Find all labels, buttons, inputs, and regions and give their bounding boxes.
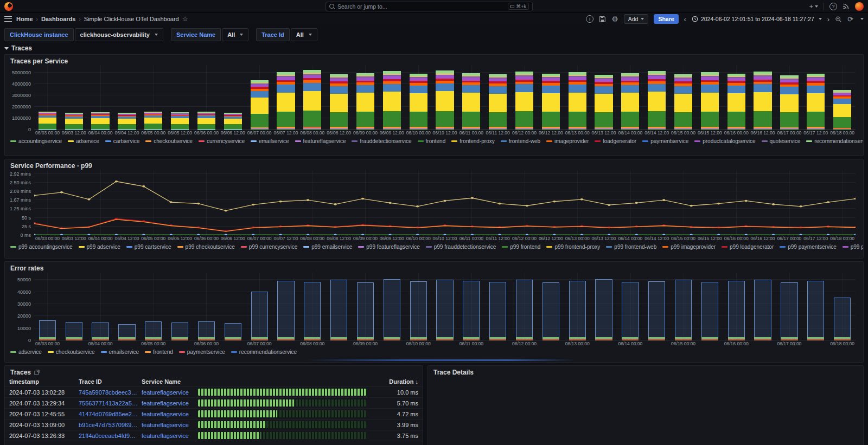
legend-item[interactable]: frontend-proxy [451,138,494,144]
error-bar[interactable] [595,279,612,340]
error-bar[interactable] [754,280,771,340]
stacked-bar[interactable] [727,73,745,130]
stacked-bar[interactable] [542,73,560,130]
trace-id-link[interactable]: 75563771413a22a54618... [79,400,142,407]
grafana-logo[interactable] [4,2,13,11]
stacked-bar[interactable] [489,74,507,130]
add-button[interactable]: Add [624,14,649,24]
service-name-link[interactable]: featureflagservice [142,389,198,396]
error-bar[interactable] [171,323,188,340]
table-header-cell[interactable]: Trace ID [79,378,142,385]
new-button[interactable]: + [809,3,818,10]
trace-id-link[interactable]: 41474d0769d85ee2828... [79,411,142,417]
stacked-bar[interactable] [224,113,242,130]
breadcrumb-home[interactable]: Home [16,16,33,22]
error-bar[interactable] [118,324,135,340]
table-row[interactable]: 2024-07-03 13:26:3321ff4a0ceeaeb4fd90af0… [5,430,423,441]
error-bar[interactable] [330,280,347,340]
error-bar[interactable] [277,281,294,340]
legend-item[interactable]: p99 accountingservice [10,244,73,250]
stacked-bar[interactable] [648,70,666,130]
stacked-bar[interactable] [277,72,295,130]
avatar[interactable] [855,2,864,11]
table-row[interactable]: 2024-07-03 12:45:5541474d0769d85ee2828..… [5,409,423,420]
error-bar[interactable] [489,282,506,340]
help-icon[interactable]: ? [829,3,837,10]
error-bar[interactable] [66,322,82,340]
error-bar[interactable] [569,281,586,340]
trace-id-link[interactable]: 745a59078cbdeec39b7... [79,389,142,396]
legend-item[interactable]: p99 frontend-web [606,244,656,250]
stacked-bar[interactable] [303,69,321,130]
stacked-bar[interactable] [701,72,719,130]
stacked-bar[interactable] [197,112,215,130]
legend-item[interactable]: p99 frontend-proxy [546,244,600,250]
error-bar[interactable] [198,321,215,340]
zoom-out-icon[interactable] [835,16,842,23]
panel-title[interactable]: Trace Details [428,366,863,377]
stacked-bar[interactable] [595,74,612,130]
legend-item[interactable]: p99 frontend [502,244,540,250]
trace-id-link[interactable]: 21ff4a0ceeaeb4fd90af0... [79,433,142,439]
legend-item[interactable]: frontend-web [501,138,540,144]
error-bar[interactable] [807,281,824,340]
table-header-cell[interactable]: Service Name [142,378,198,385]
time-forward-icon[interactable]: › [827,15,829,23]
stacked-bar[interactable] [515,72,533,130]
stacked-bar[interactable] [383,70,401,130]
service-name-link[interactable]: featureflagservice [142,400,198,407]
legend-item[interactable]: loadgenerator [595,138,636,144]
legend-item[interactable]: emailservice [251,138,289,144]
table-header-cell[interactable]: timestamp [9,378,79,385]
panel-title[interactable]: Error rates [5,262,863,273]
legend-item[interactable]: imageprovider [546,138,589,144]
stacked-bar[interactable] [251,80,269,130]
panel-title[interactable]: Traces [5,366,423,377]
error-bar[interactable] [39,320,56,340]
error-bar[interactable] [781,282,797,340]
error-bar[interactable] [357,282,374,340]
error-bar[interactable] [542,282,559,340]
error-bar[interactable] [834,298,851,340]
stacked-bar[interactable] [780,75,798,130]
legend-item[interactable]: paymentservice [179,349,225,355]
stacked-bar[interactable] [91,112,109,130]
legend-item[interactable]: p99 loadgenerator [722,244,774,250]
menu-icon[interactable] [4,16,12,22]
table-row[interactable]: 2024-07-03 13:02:28745a59078cbdeec39b7..… [5,387,423,398]
error-bar[interactable] [675,280,692,340]
row-traces-toggle[interactable]: Traces [0,43,868,54]
legend-item[interactable]: p99 currencyservice [241,244,297,250]
error-bar[interactable] [410,281,427,340]
legend-item[interactable]: checkoutservice [145,138,193,144]
table-row[interactable]: 2024-07-03 13:09:00b91ce47d753709695f1d.… [5,420,423,430]
stacked-bar[interactable] [118,113,136,130]
stacked-bar[interactable] [621,73,639,130]
save-icon[interactable] [599,16,606,23]
stacked-bar[interactable] [833,89,851,130]
variable-value-dropdown[interactable]: clickhouse-observability [75,28,163,41]
share-button[interactable]: Share [654,14,678,24]
table-header-cell[interactable]: Duration ↓ [372,378,418,385]
dashboard-insights-icon[interactable]: i [586,15,593,23]
time-range-picker[interactable]: 2024-06-02 12:01:51 to 2024-06-18 11:27:… [692,16,822,22]
error-bar[interactable] [701,282,718,340]
error-bar[interactable] [728,281,745,340]
legend-item[interactable]: frontend [418,138,446,144]
legend-item[interactable]: recommendationservice [231,349,297,355]
legend-item[interactable]: productcatalogservice [694,138,755,144]
legend-item[interactable]: recommendationservice [806,138,863,144]
error-bar[interactable] [648,281,665,340]
error-bar[interactable] [225,323,241,340]
stacked-bar[interactable] [144,111,162,130]
legend-item[interactable]: p99 frauddetectionservice [426,244,496,250]
legend-item[interactable]: p99 cartservice [126,244,171,250]
legend-item[interactable]: checkoutservice [48,349,95,355]
stacked-bar[interactable] [39,111,56,130]
stacked-bar[interactable] [436,70,454,130]
legend-item[interactable]: accountingservice [10,138,62,144]
error-bar[interactable] [463,281,480,340]
stacked-bar[interactable] [569,72,586,130]
news-icon[interactable] [843,3,850,10]
stacked-bar[interactable] [65,113,83,130]
